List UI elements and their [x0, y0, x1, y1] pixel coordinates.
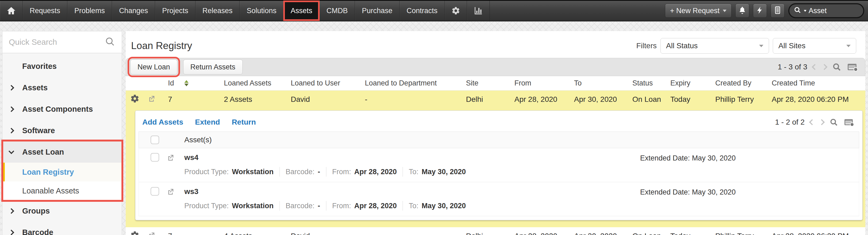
chevron-right-icon [8, 106, 14, 112]
sidebar-item-barcode[interactable]: Barcode [2, 221, 122, 235]
asset-checkbox[interactable] [151, 153, 159, 162]
popout-icon[interactable] [167, 154, 184, 163]
asset-row[interactable]: ws3 Product Type:Workstation Barcode:- F… [138, 182, 859, 216]
table-row[interactable]: 7 2 Assets David - Delhi Apr 28, 2020 Ap… [126, 90, 865, 108]
sidebar-item-loan-registry[interactable]: Loan Registry [2, 163, 122, 181]
extend-link[interactable]: Extend [195, 118, 220, 127]
tab-problems[interactable]: Problems [67, 1, 112, 21]
barcode-value: - [318, 168, 320, 176]
sidebar-item-favorites[interactable]: Favorites [2, 55, 122, 77]
asset-checkbox[interactable] [151, 187, 159, 195]
column-header-from[interactable]: From [515, 79, 574, 87]
cell-id: 7 [168, 232, 224, 235]
column-header-expiry[interactable]: Expiry [670, 79, 715, 87]
asset-name[interactable]: ws4 [184, 153, 859, 162]
search-icon[interactable] [829, 118, 838, 127]
quick-actions-button[interactable] [753, 4, 767, 18]
column-header-created-time[interactable]: Created Time [772, 79, 865, 87]
sidebar-item-loanable-assets[interactable]: Loanable Assets [2, 181, 122, 200]
select-all-checkbox[interactable] [151, 136, 159, 144]
table-row[interactable]: 7 4 Assets David - Delhi Apr 28, 2020 Ap… [126, 227, 865, 235]
cell-loaned-assets[interactable]: 4 Assets [224, 232, 291, 235]
status-filter-select[interactable]: All Status [660, 38, 769, 54]
column-header-site[interactable]: Site [466, 79, 515, 87]
column-header-loaned-to-department[interactable]: Loaned to Department [365, 79, 466, 87]
status-filter-value: All Status [666, 42, 698, 50]
sidebar-item-assets[interactable]: Assets [2, 77, 122, 98]
row-settings-gear-icon[interactable] [130, 94, 140, 105]
global-search[interactable] [788, 3, 864, 18]
tab-solutions[interactable]: Solutions [240, 1, 283, 21]
product-type-label: Product Type: [184, 168, 229, 176]
cell-to: Apr 30, 2020 [574, 95, 632, 104]
lightning-icon [756, 6, 764, 15]
sort-icon[interactable] [184, 80, 189, 86]
asset-row[interactable]: ws4 Product Type:Workstation Barcode:- F… [138, 148, 859, 182]
tab-reports[interactable] [467, 1, 490, 21]
search-icon[interactable] [794, 6, 802, 15]
column-header-id[interactable]: Id [168, 79, 224, 87]
home-icon [6, 6, 16, 16]
search-icon[interactable] [832, 62, 841, 72]
tab-projects[interactable]: Projects [155, 1, 195, 21]
chevron-right-icon[interactable] [819, 119, 825, 125]
resource-pad-button[interactable] [771, 4, 784, 18]
tab-requests[interactable]: Requests [23, 1, 67, 21]
column-header-status[interactable]: Status [632, 79, 670, 87]
column-chooser-icon[interactable] [847, 62, 858, 72]
return-link[interactable]: Return [231, 118, 256, 127]
nav-right-actions: + New Request [665, 1, 868, 21]
chevron-left-icon[interactable] [812, 64, 818, 70]
loaned-assets-table: Asset(s) ws4 Product Type:Workstation Ba… [138, 132, 859, 216]
chevron-right-icon [8, 128, 14, 133]
column-header-loaned-to-user[interactable]: Loaned to User [291, 79, 365, 87]
from-value: Apr 28, 2020 [354, 168, 397, 176]
site-filter-select[interactable]: All Sites [773, 38, 856, 54]
popout-icon[interactable] [148, 95, 156, 105]
sidebar-item-label: Asset Loan [22, 148, 64, 156]
chevron-left-icon[interactable] [809, 119, 815, 125]
sidebar-item-software[interactable]: Software [2, 120, 122, 141]
sidebar-item-groups[interactable]: Groups [2, 200, 122, 221]
tab-assets[interactable]: Assets [283, 1, 319, 21]
content-header: Loan Registry Filters All Status All Sit… [126, 31, 865, 58]
asset-name[interactable]: ws3 [184, 187, 859, 196]
quick-search-icon[interactable] [104, 36, 115, 48]
sidebar-item-asset-components[interactable]: Asset Components [2, 98, 122, 120]
search-scope-caret-icon[interactable] [804, 10, 806, 12]
sidebar-item-asset-loan[interactable]: Asset Loan [2, 141, 122, 163]
cell-expiry: Today [670, 232, 715, 235]
column-header-to[interactable]: To [574, 79, 632, 87]
divider [403, 167, 403, 177]
quick-search-input[interactable] [9, 37, 102, 47]
tab-contracts[interactable]: Contracts [400, 1, 445, 21]
new-loan-button[interactable]: New Loan [130, 59, 177, 75]
loan-table-header: Id Loaned Assets Loaned to User Loaned t… [126, 76, 865, 90]
cell-site: Delhi [466, 232, 515, 235]
tab-purchase[interactable]: Purchase [355, 1, 400, 21]
cell-loaned-assets[interactable]: 2 Assets [224, 95, 291, 104]
product-type-label: Product Type: [184, 202, 229, 210]
row-settings-gear-icon[interactable] [130, 231, 140, 235]
column-chooser-icon[interactable] [844, 118, 855, 127]
new-request-button[interactable]: + New Request [665, 4, 732, 18]
popout-icon[interactable] [148, 231, 156, 235]
cell-created-time: Apr 28, 2020 06:20 PM [772, 95, 865, 104]
tab-home[interactable] [0, 1, 23, 21]
add-assets-link[interactable]: Add Assets [142, 118, 183, 127]
popout-icon[interactable] [167, 188, 184, 197]
pager-range: 1 - 3 of 3 [778, 63, 807, 71]
tab-releases[interactable]: Releases [195, 1, 240, 21]
tab-cmdb[interactable]: CMDB [319, 1, 355, 21]
from-value: Apr 28, 2020 [354, 202, 397, 210]
notifications-button[interactable] [735, 4, 749, 18]
column-header-loaned-assets[interactable]: Loaned Assets [224, 79, 291, 87]
barcode-value: - [318, 202, 320, 210]
column-header-created-by[interactable]: Created By [715, 79, 772, 87]
return-assets-button[interactable]: Return Assets [183, 59, 243, 75]
global-search-input[interactable] [809, 7, 859, 15]
cell-created-time: Apr 28, 2020 06:20 PM [772, 232, 865, 235]
chevron-right-icon[interactable] [822, 64, 828, 70]
tab-admin[interactable] [445, 1, 467, 21]
tab-changes[interactable]: Changes [112, 1, 155, 21]
